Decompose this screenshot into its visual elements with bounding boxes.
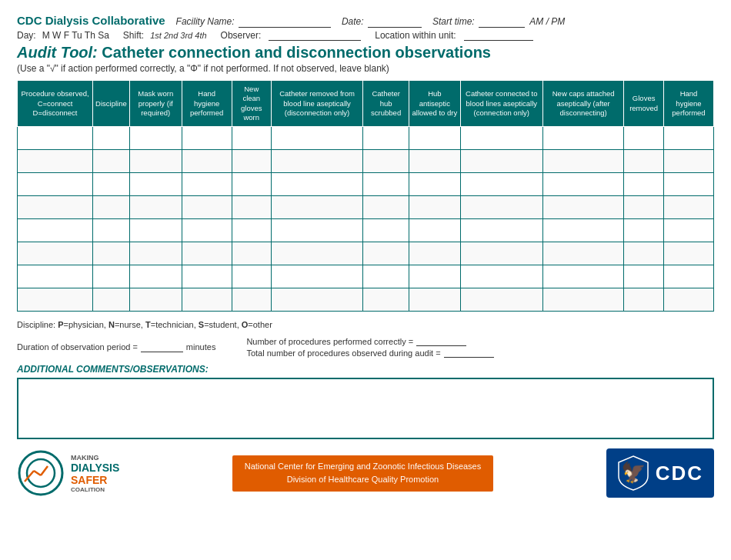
table-cell[interactable]: [182, 219, 232, 242]
table-cell[interactable]: [624, 242, 664, 265]
table-cell[interactable]: [409, 196, 461, 219]
table-cell[interactable]: [271, 288, 362, 312]
table-cell[interactable]: [93, 288, 130, 312]
table-cell[interactable]: [18, 150, 93, 173]
comments-box[interactable]: [17, 378, 714, 439]
table-cell[interactable]: [232, 219, 271, 242]
table-cell[interactable]: [18, 173, 93, 196]
table-cell[interactable]: [93, 196, 130, 219]
table-cell[interactable]: [182, 150, 232, 173]
table-cell[interactable]: [409, 150, 461, 173]
table-cell[interactable]: [18, 288, 93, 312]
table-cell[interactable]: [93, 265, 130, 288]
table-cell[interactable]: [93, 219, 130, 242]
table-cell[interactable]: [93, 127, 130, 150]
table-cell[interactable]: [409, 173, 461, 196]
table-cell[interactable]: [363, 288, 409, 312]
observer-value[interactable]: [269, 29, 361, 41]
table-cell[interactable]: [663, 265, 713, 288]
table-cell[interactable]: [271, 265, 362, 288]
table-cell[interactable]: [182, 242, 232, 265]
table-cell[interactable]: [271, 196, 362, 219]
table-cell[interactable]: [409, 127, 461, 150]
duration-value[interactable]: [141, 342, 183, 352]
table-cell[interactable]: [129, 242, 182, 265]
table-cell[interactable]: [232, 242, 271, 265]
table-cell[interactable]: [271, 219, 362, 242]
table-cell[interactable]: [93, 242, 130, 265]
table-cell[interactable]: [542, 242, 623, 265]
table-cell[interactable]: [409, 242, 461, 265]
table-cell[interactable]: [542, 173, 623, 196]
table-cell[interactable]: [542, 265, 623, 288]
table-cell[interactable]: [663, 196, 713, 219]
table-cell[interactable]: [182, 288, 232, 312]
table-cell[interactable]: [460, 288, 542, 312]
table-cell[interactable]: [409, 219, 461, 242]
table-cell[interactable]: [542, 150, 623, 173]
table-cell[interactable]: [232, 196, 271, 219]
table-cell[interactable]: [232, 288, 271, 312]
table-cell[interactable]: [624, 173, 664, 196]
table-cell[interactable]: [663, 242, 713, 265]
table-cell[interactable]: [232, 265, 271, 288]
table-cell[interactable]: [129, 288, 182, 312]
table-cell[interactable]: [460, 242, 542, 265]
table-cell[interactable]: [232, 127, 271, 150]
table-cell[interactable]: [182, 173, 232, 196]
table-cell[interactable]: [363, 265, 409, 288]
table-cell[interactable]: [363, 196, 409, 219]
table-cell[interactable]: [460, 219, 542, 242]
table-cell[interactable]: [460, 265, 542, 288]
table-cell[interactable]: [18, 242, 93, 265]
table-cell[interactable]: [182, 127, 232, 150]
table-cell[interactable]: [93, 150, 130, 173]
table-cell[interactable]: [129, 265, 182, 288]
table-cell[interactable]: [663, 150, 713, 173]
table-cell[interactable]: [363, 127, 409, 150]
table-cell[interactable]: [232, 173, 271, 196]
table-cell[interactable]: [542, 127, 623, 150]
table-cell[interactable]: [93, 173, 130, 196]
table-cell[interactable]: [271, 173, 362, 196]
table-cell[interactable]: [18, 196, 93, 219]
correct-value[interactable]: [416, 336, 466, 346]
table-cell[interactable]: [624, 288, 664, 312]
table-cell[interactable]: [363, 219, 409, 242]
table-cell[interactable]: [129, 150, 182, 173]
table-cell[interactable]: [129, 219, 182, 242]
table-cell[interactable]: [663, 127, 713, 150]
table-cell[interactable]: [663, 288, 713, 312]
table-cell[interactable]: [460, 127, 542, 150]
table-cell[interactable]: [460, 150, 542, 173]
table-cell[interactable]: [129, 173, 182, 196]
table-cell[interactable]: [663, 219, 713, 242]
table-cell[interactable]: [271, 242, 362, 265]
location-value[interactable]: [464, 29, 533, 41]
total-value[interactable]: [444, 348, 494, 358]
table-cell[interactable]: [624, 265, 664, 288]
table-cell[interactable]: [624, 219, 664, 242]
table-cell[interactable]: [363, 150, 409, 173]
table-cell[interactable]: [18, 219, 93, 242]
table-cell[interactable]: [182, 265, 232, 288]
table-cell[interactable]: [363, 242, 409, 265]
table-cell[interactable]: [409, 288, 461, 312]
table-cell[interactable]: [460, 173, 542, 196]
table-cell[interactable]: [129, 127, 182, 150]
date-value[interactable]: [368, 16, 422, 28]
table-cell[interactable]: [409, 265, 461, 288]
table-cell[interactable]: [18, 127, 93, 150]
table-cell[interactable]: [624, 196, 664, 219]
table-cell[interactable]: [663, 173, 713, 196]
facility-value[interactable]: [239, 16, 331, 28]
table-cell[interactable]: [624, 150, 664, 173]
table-cell[interactable]: [363, 173, 409, 196]
table-cell[interactable]: [624, 127, 664, 150]
table-cell[interactable]: [18, 265, 93, 288]
table-cell[interactable]: [129, 196, 182, 219]
table-cell[interactable]: [271, 150, 362, 173]
table-cell[interactable]: [182, 196, 232, 219]
table-cell[interactable]: [460, 196, 542, 219]
table-cell[interactable]: [542, 219, 623, 242]
